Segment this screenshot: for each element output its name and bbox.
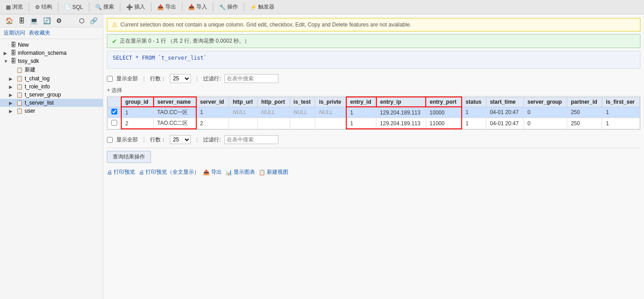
table-row[interactable]: 1 TAO.CC一区 1 NULL NULL NULL NULL 1 129.2… [108, 107, 640, 118]
settings-btn[interactable]: ⚙ [54, 16, 64, 25]
col-header-entry_ip[interactable]: entry_ip [376, 97, 426, 107]
col-header-status[interactable]: status [462, 97, 486, 107]
col-header-http_port[interactable]: http_port [257, 97, 290, 107]
select-all-label: + 选择 [107, 87, 122, 94]
cell-entry_port: 10000 [426, 107, 462, 118]
tab-browse[interactable]: ▦ 浏览 [2, 1, 27, 13]
rows-select[interactable]: 25 50 100 [170, 74, 191, 83]
show-all-checkbox-bottom[interactable] [107, 137, 113, 143]
show-all-checkbox[interactable] [107, 76, 113, 82]
sidebar-item-tssy_sdk[interactable]: ▼ 🗄 tssy_sdk [0, 57, 103, 65]
sidebar-item-label: New [18, 42, 29, 48]
query-result-btn[interactable]: 查询结果操作 [107, 151, 151, 163]
new-view-link[interactable]: 📋 新建视图 [259, 168, 288, 176]
sidebar-tree: 🗄 New ▶ 🗄 information_schema ▼ 🗄 tssy_sd… [0, 39, 103, 117]
cell-server_group: 0 [524, 107, 567, 118]
tab-insert[interactable]: ➕ 插入 [122, 1, 149, 13]
expand-sidebar-btn[interactable]: ⬡ [77, 16, 86, 25]
row-select-cell[interactable] [108, 118, 122, 129]
sidebar-item-t_server_group[interactable]: ▶ 📋 t_server_group [0, 91, 103, 99]
cell-entry_port: 11000 [426, 118, 462, 129]
col-header-is_first_ser[interactable]: is_first_ser [602, 97, 640, 107]
export-icon: 📤 [157, 4, 164, 10]
bookmarks-link[interactable]: 表收藏夹 [29, 29, 50, 37]
col-header-http_url[interactable]: http_url [229, 97, 258, 107]
recent-visits-link[interactable]: 近期访问 [4, 29, 25, 37]
tab-export[interactable]: 📤 导出 [153, 1, 180, 13]
server-icon-btn[interactable]: 💻 [28, 16, 40, 25]
cell-server_name: TAO.CC一区 [154, 107, 196, 118]
search-icon: 🔍 [95, 4, 102, 10]
refresh-btn[interactable]: 🔄 [41, 16, 53, 25]
separator [58, 3, 58, 12]
sidebar-item-t_chat_log[interactable]: ▶ 📋 t_chat_log [0, 75, 103, 83]
col-header-server_group[interactable]: server_group [524, 97, 567, 107]
col-header-server_id[interactable]: server_id [196, 97, 229, 107]
db-icon: 🗄 [11, 50, 16, 56]
db-icon: 🗄 [11, 58, 16, 64]
db-icon-btn[interactable]: 🗄 [17, 16, 26, 25]
sidebar-item-label: user [25, 108, 35, 114]
operate-icon: 🔧 [219, 4, 226, 10]
tab-structure[interactable]: ⚙ 结构 [31, 1, 56, 13]
tab-sql[interactable]: 📄 SQL [60, 2, 87, 12]
sidebar-item-t_role_info[interactable]: ▶ 📋 t_role_info [0, 83, 103, 91]
col-header-is_private[interactable]: is_priv​te [315, 97, 346, 107]
cell-server_name: TAO.CC二区 [154, 118, 196, 129]
sidebar-item-user[interactable]: ▶ 📋 user [0, 107, 103, 115]
chart-link[interactable]: 📊 显示图表 [225, 168, 255, 176]
separator: | [196, 75, 198, 82]
expand-icon: ▶ [9, 92, 14, 97]
table-icon: 📋 [16, 100, 23, 106]
print-preview-link[interactable]: 🖨 打印预览 [107, 168, 135, 176]
col-header-server_name[interactable]: server_name [154, 97, 196, 107]
expand-icon: ▶ [9, 101, 14, 106]
col-header-is_test[interactable]: is_test [290, 97, 315, 107]
col-header-partner_id[interactable]: partner_id [567, 97, 602, 107]
sidebar-item-information_schema[interactable]: ▶ 🗄 information_schema [0, 49, 103, 57]
cell-server_id: 2 [196, 118, 229, 129]
success-text: 正在显示第 0 - 1 行 （共 2 行, 查询花费 0.0002 秒。） [120, 37, 250, 45]
cell-http_port [257, 118, 290, 129]
top-toolbar: ▦ 浏览 ⚙ 结构 📄 SQL 🔍 搜索 ➕ 插入 📤 导出 📥 导入 🔧 操作… [0, 0, 644, 14]
import-icon: 📥 [188, 4, 195, 10]
tab-import[interactable]: 📥 导入 [184, 1, 211, 13]
table-row[interactable]: 2 TAO.CC二区 2 1 129.204.189.113 11000 1 0… [108, 118, 640, 129]
cell-status: 1 [462, 107, 486, 118]
col-header-entry_port[interactable]: entry_por​t [426, 97, 462, 107]
warning-icon: ⚠ [112, 21, 118, 28]
content-area: ⚠ Current selection does not contain a u… [103, 14, 644, 299]
data-table-wrapper: group_id server_name server_id http_url … [107, 96, 640, 130]
sidebar-item-label: t_server_list [25, 100, 54, 106]
sidebar-item-xinjian[interactable]: 📋 新建 [0, 65, 103, 75]
link-btn[interactable]: 🔗 [88, 16, 99, 25]
filter-input-bottom[interactable] [225, 135, 278, 144]
separator [29, 3, 29, 12]
filter-input[interactable] [225, 74, 278, 83]
tab-trigger[interactable]: ⚡ 触发器 [246, 1, 278, 13]
cell-http_url [229, 118, 258, 129]
sidebar-item-label: t_chat_log [25, 75, 49, 82]
col-header-group_id[interactable]: group_id [121, 97, 154, 107]
expand-icon: ▶ [4, 51, 9, 56]
sidebar-item-label: information_schema [18, 50, 66, 56]
print-full-link[interactable]: 🖨 打印预览（全文显示） [139, 168, 199, 176]
sidebar-item-t_server_list[interactable]: ▶ 📋 t_server_list [0, 99, 103, 107]
actions-bar: 查询结果操作 [107, 148, 640, 166]
sidebar-item-label: tssy_sdk [18, 58, 39, 64]
sidebar-item-new[interactable]: 🗄 New [0, 41, 103, 49]
print-full-icon: 🖨 [139, 169, 144, 176]
tab-operate[interactable]: 🔧 操作 [215, 1, 242, 13]
separator [151, 3, 151, 12]
col-header-entry_id[interactable]: entry_id [346, 97, 376, 107]
table-controls-top: 显示全部 | 行数： 25 50 100 | 过滤行: [107, 72, 640, 85]
tab-search[interactable]: 🔍 搜索 [91, 1, 118, 13]
cell-entry_ip: 129.204.189.113 [376, 107, 426, 118]
export-link[interactable]: 📤 导出 [203, 168, 222, 176]
home-btn[interactable]: 🏠 [4, 16, 15, 25]
filter-label: 过滤行: [203, 75, 221, 83]
row-select-cell[interactable] [108, 107, 122, 118]
cell-is_first_ser: 1 [602, 118, 640, 129]
rows-select-bottom[interactable]: 25 50 100 [170, 135, 191, 144]
col-header-start_time[interactable]: start_time [486, 97, 524, 107]
